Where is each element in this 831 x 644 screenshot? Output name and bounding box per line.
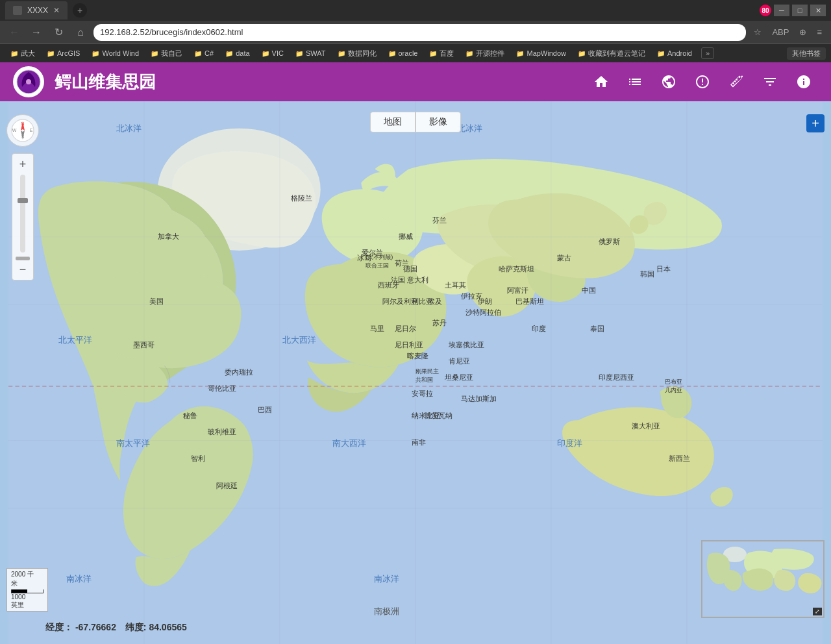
bookmark-wuda[interactable]: 📁 武大 xyxy=(5,47,40,60)
scale-label-miles: 1000 xyxy=(11,593,43,601)
bookmark-folder-icon: 📁 xyxy=(92,50,99,57)
zoom-out-button[interactable] xyxy=(16,256,30,260)
minimize-button[interactable]: ─ xyxy=(774,5,789,16)
bookmark-label: VIC xyxy=(272,49,284,57)
bookmark-csharp[interactable]: 📁 C# xyxy=(189,48,219,58)
forward-button[interactable]: → xyxy=(27,23,45,42)
zoom-in-button[interactable]: + xyxy=(15,156,31,172)
coordinates-bar: 经度： -67.76662 纬度: 84.06565 xyxy=(45,622,187,634)
url-input[interactable] xyxy=(100,27,739,37)
app-logo xyxy=(13,66,44,97)
map-controls: N S W E + − xyxy=(6,114,39,280)
tab-favicon xyxy=(13,6,22,15)
home-icon-button[interactable] xyxy=(587,68,615,96)
bookmarks-overflow-button[interactable]: » xyxy=(701,47,714,59)
lon-value: -67.76662 xyxy=(75,622,116,632)
star-button[interactable]: ☆ xyxy=(750,26,765,38)
bookmark-folder-icon: 📁 xyxy=(388,50,396,57)
close-button[interactable]: ✕ xyxy=(810,5,826,16)
svg-point-1 xyxy=(26,79,31,84)
bookmark-android[interactable]: 📁 Android xyxy=(652,48,697,58)
notification-badge: 80 xyxy=(760,5,771,16)
mini-map-svg xyxy=(702,541,825,618)
lat-label: 纬度: xyxy=(125,622,147,632)
svg-text:E: E xyxy=(30,128,33,132)
app-title: 鳄山维集思园 xyxy=(55,71,577,93)
scale-label-miles2: 英里 xyxy=(11,601,43,610)
bookmark-arcgis[interactable]: 📁 ArcGIS xyxy=(42,48,85,58)
map-plus-button[interactable]: + xyxy=(806,114,825,132)
filter-icon-button[interactable] xyxy=(756,68,784,96)
bookmark-folder-icon: 📁 xyxy=(657,50,665,57)
list-icon-button[interactable] xyxy=(621,68,649,96)
mini-map: ⤢ xyxy=(701,540,825,618)
bookmark-mapwindow[interactable]: 📁 MapWindow xyxy=(511,48,571,58)
app-header: 鳄山维集思园 xyxy=(0,62,831,101)
bookmark-folder-icon: 📁 xyxy=(516,50,524,57)
bookmark-folder-icon: 📁 xyxy=(10,50,18,57)
zoom-minus-button[interactable]: − xyxy=(15,262,31,277)
map-container[interactable]: 北冰洋 北冰洋 北太平洋 北大西洋 南太平洋 南大西洋 印度洋 南冰洋 南冰洋 … xyxy=(0,101,831,644)
bookmark-label: data xyxy=(236,49,249,57)
header-icons xyxy=(587,68,818,96)
zoom-slider[interactable]: + − xyxy=(12,153,34,280)
browser-navbar: ← → ↻ ⌂ ☆ ABP ⊕ ≡ xyxy=(0,21,831,44)
browser-tab[interactable]: XXXX ✕ xyxy=(5,1,68,19)
bookmark-vic[interactable]: 📁 VIC xyxy=(256,48,289,58)
scale-bar: 2000 千 米 1000 英里 xyxy=(6,568,48,612)
bookmarks-other-button[interactable]: 其他书签 xyxy=(787,47,826,60)
home-button[interactable]: ⌂ xyxy=(71,23,90,42)
bookmark-opensource[interactable]: 📁 开源控件 xyxy=(460,47,510,60)
extension-button[interactable]: ⊕ xyxy=(795,26,810,38)
ruler-icon-button[interactable] xyxy=(722,68,750,96)
bookmark-label: ArcGIS xyxy=(57,49,80,57)
svg-text:W: W xyxy=(12,128,17,132)
window-controls: 80 ─ □ ✕ xyxy=(760,5,826,16)
address-bar[interactable] xyxy=(93,24,746,41)
map-layer-buttons: 地图 影像 xyxy=(370,112,461,132)
back-button[interactable]: ← xyxy=(5,23,23,42)
bookmark-folder-icon: 📁 xyxy=(465,50,473,57)
bookmark-data[interactable]: 📁 data xyxy=(220,48,254,58)
zoom-thumb[interactable] xyxy=(18,198,28,203)
mini-map-expand-button[interactable]: ⤢ xyxy=(813,608,822,615)
circle-icon-button[interactable] xyxy=(688,68,717,96)
bookmarks-bar: 📁 武大 📁 ArcGIS 📁 World Wind 📁 我自己 📁 C# 📁 … xyxy=(0,44,831,62)
bookmark-myself[interactable]: 📁 我自己 xyxy=(145,47,188,60)
lon-label: 经度： xyxy=(45,622,73,632)
zoom-track[interactable] xyxy=(20,175,25,253)
bookmark-data-sync[interactable]: 📁 数据同化 xyxy=(332,47,382,60)
globe-icon-button[interactable] xyxy=(654,68,683,96)
nav-extra-buttons: ☆ ABP ⊕ ≡ xyxy=(750,26,826,38)
maximize-button[interactable]: □ xyxy=(792,5,808,16)
scale-label-km: 2000 千 xyxy=(11,570,43,579)
browser-titlebar: XXXX ✕ + 80 ─ □ ✕ xyxy=(0,0,831,21)
tab-title: XXXX xyxy=(27,6,48,15)
bookmark-label: 武大 xyxy=(21,49,35,58)
menu-button[interactable]: ≡ xyxy=(813,26,826,38)
adblock-button[interactable]: ABP xyxy=(768,26,793,38)
tab-close-button[interactable]: ✕ xyxy=(53,6,60,15)
new-tab-button[interactable]: + xyxy=(73,3,87,18)
bookmark-oracle[interactable]: 📁 oracle xyxy=(383,48,423,58)
bookmark-folder-icon: 📁 xyxy=(338,50,345,57)
bookmark-label: World Wind xyxy=(102,49,139,57)
refresh-button[interactable]: ↻ xyxy=(49,23,68,42)
logo-svg xyxy=(16,69,42,95)
bookmark-youdao[interactable]: 📁 收藏到有道云笔记 xyxy=(573,47,651,60)
layer-image-button[interactable]: 影像 xyxy=(416,112,461,132)
bookmark-folder-icon: 📁 xyxy=(47,50,55,57)
bookmark-swat[interactable]: 📁 SWAT xyxy=(290,48,331,58)
bookmark-label: 我自己 xyxy=(161,49,182,58)
bookmark-baidu[interactable]: 📁 百度 xyxy=(424,47,459,60)
bookmark-worldwind[interactable]: 📁 World Wind xyxy=(86,48,144,58)
bookmark-label: 开源控件 xyxy=(476,49,504,58)
info-icon-button[interactable] xyxy=(789,68,818,96)
svg-text:S: S xyxy=(21,134,25,139)
layer-map-button[interactable]: 地图 xyxy=(370,112,416,132)
scale-bar-half xyxy=(12,589,27,593)
compass-control[interactable]: N S W E xyxy=(6,114,39,147)
bookmark-folder-icon: 📁 xyxy=(225,50,233,57)
scale-bar-line xyxy=(11,589,43,593)
bookmark-label: SWAT xyxy=(306,49,326,57)
